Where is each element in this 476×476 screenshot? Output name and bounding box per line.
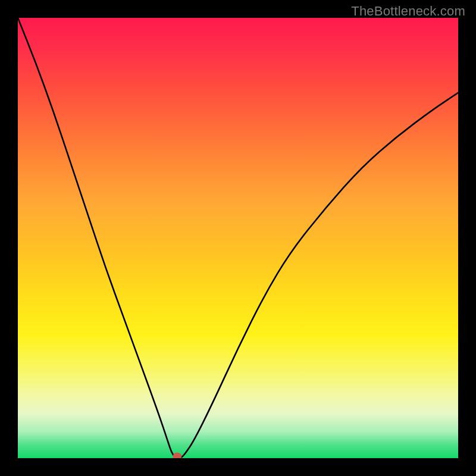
bottleneck-curve-path xyxy=(18,18,458,458)
plot-svg xyxy=(18,18,458,458)
watermark-text: TheBottleneck.com xyxy=(351,4,465,19)
plot-area xyxy=(18,18,458,458)
bottleneck-point-marker xyxy=(173,452,181,458)
chart-frame: TheBottleneck.com xyxy=(0,0,476,476)
